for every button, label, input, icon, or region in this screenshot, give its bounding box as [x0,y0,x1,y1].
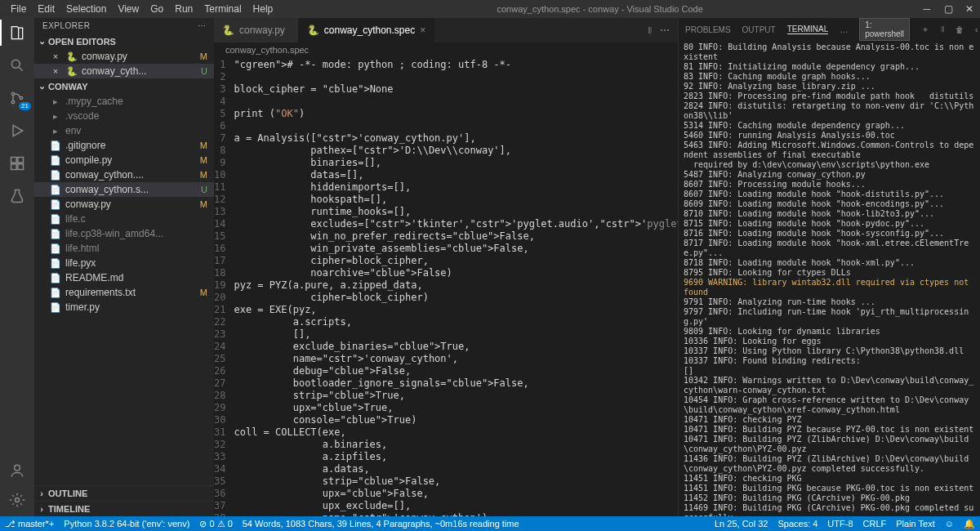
settings-gear-icon[interactable] [7,490,27,510]
tree-item[interactable]: 📄compile.pyM [34,153,214,167]
terminal-selector[interactable]: 1: powershell [859,18,910,41]
file-icon: 📄 [49,199,62,210]
tree-item[interactable]: 📄conway_cython.s...U [34,182,214,197]
svg-point-8 [15,465,20,471]
file-icon: 🐍 [65,66,78,77]
close-editor-icon[interactable]: × [49,66,62,76]
explorer-title: EXPLORER [42,21,90,30]
close-tab-icon[interactable]: × [420,25,425,36]
svg-point-2 [11,100,14,103]
folder-icon: ▸ [49,126,62,136]
close-icon[interactable]: ✕ [964,3,975,15]
menu-go[interactable]: Go [145,3,169,15]
split-editor-icon[interactable]: ⫴ [648,25,652,36]
menu-view[interactable]: View [112,3,145,15]
svg-rect-5 [18,158,24,163]
file-icon: 📄 [49,288,62,298]
folder-section[interactable]: ⌄CONWAY [34,78,214,94]
more-icon[interactable]: ⋯ [198,21,207,30]
maximize-icon[interactable]: ▢ [942,3,954,15]
svg-rect-4 [11,158,17,163]
file-icon: 📄 [49,141,62,151]
editor-tab[interactable]: 🐍conway_cython.spec× [299,18,434,42]
tree-item[interactable]: ▸env [34,123,214,138]
status-language[interactable]: Plain Text [896,519,935,529]
svg-rect-6 [11,164,17,170]
file-icon: 📄 [49,258,62,269]
status-stats: 54 Words, 1083 Chars, 39 Lines, 4 Paragr… [243,519,519,529]
status-bell-icon[interactable]: 🔔 [964,519,975,529]
tree-item[interactable]: 📄conway_cython....M [34,167,214,182]
accounts-icon[interactable] [7,461,27,480]
open-editor-item[interactable]: ×🐍conway.pyM [34,49,214,64]
menu-file[interactable]: File [5,3,32,15]
file-icon: 📄 [49,170,62,181]
minimize-icon[interactable]: ─ [921,3,933,15]
tree-item[interactable]: 📄README.md [34,270,214,285]
tree-item[interactable]: 📄conway.pyM [34,197,214,212]
file-icon: 📄 [49,155,62,166]
new-terminal-icon[interactable]: ＋ [921,24,929,35]
file-icon: 🐍 [65,51,78,62]
panel-tab-problems[interactable]: PROBLEMS [685,25,731,34]
status-eol[interactable]: CRLF [863,519,887,529]
menu-run[interactable]: Run [169,3,198,15]
explorer-icon[interactable] [7,23,27,42]
split-terminal-icon[interactable]: ⫴ [941,25,944,34]
file-icon: 📄 [49,302,62,313]
panel-tab-more[interactable]: … [840,25,848,34]
test-icon[interactable] [7,186,27,206]
terminal-panel: PROBLEMS OUTPUT TERMINAL … 1: powershell… [678,18,980,516]
status-spaces[interactable]: Spaces: 4 [777,519,817,529]
maximize-panel-icon[interactable]: ‹ [975,25,978,34]
tree-item[interactable]: ▸.vscode [34,109,214,123]
tree-item[interactable]: 📄life.pyx [34,256,214,270]
folder-icon: ▸ [49,111,62,122]
outline-section[interactable]: ›OUTLINE [34,485,214,501]
file-icon: 📄 [49,185,62,195]
extensions-icon[interactable] [7,154,27,173]
editor-tab[interactable]: 🐍conway.py [214,18,299,42]
code-editor[interactable]: 1234567891011121314151617181920212223242… [214,57,678,516]
status-branch[interactable]: ⎇ master*+ [5,519,54,529]
svg-rect-7 [18,164,24,170]
status-problems[interactable]: ⊘ 0 ⚠ 0 [199,519,232,529]
file-icon: 📄 [49,243,62,254]
menu-selection[interactable]: Selection [60,3,112,15]
kill-terminal-icon[interactable]: 🗑 [956,25,964,34]
menu-terminal[interactable]: Terminal [198,3,247,15]
breadcrumb[interactable]: conway_cython.spec [214,42,678,57]
open-editor-item[interactable]: ×🐍conway_cyth...U [34,64,214,78]
window-title: conway_cython.spec - conway - Visual Stu… [278,4,921,14]
tree-item[interactable]: 📄timer.py [34,300,214,315]
file-icon: 📄 [49,273,62,283]
panel-tab-terminal[interactable]: TERMINAL [787,25,829,34]
tree-item[interactable]: 📄life.cp38-win_amd64... [34,226,214,241]
menu-help[interactable]: Help [247,3,279,15]
tree-item[interactable]: 📄life.html [34,241,214,256]
more-tab-icon[interactable]: ⋯ [660,25,670,36]
editor-area: 🐍conway.py🐍conway_cython.spec× ⫴ ⋯ conwa… [214,18,678,516]
status-encoding[interactable]: UTF-8 [827,519,853,529]
search-icon[interactable] [7,56,27,75]
tree-item[interactable]: 📄requirements.txtM [34,285,214,300]
tree-item[interactable]: 📄life.c [34,212,214,226]
run-debug-icon[interactable] [7,121,27,141]
tree-item[interactable]: ▸.mypy_cache [34,94,214,109]
status-position[interactable]: Ln 25, Col 32 [715,519,768,529]
open-editors-section[interactable]: ⌄OPEN EDITORS [34,33,214,49]
svg-point-9 [16,498,20,502]
timeline-section[interactable]: ›TIMELINE [34,501,214,516]
tree-item[interactable]: 📄.gitignoreM [34,138,214,153]
menu-edit[interactable]: Edit [32,3,60,15]
close-editor-icon[interactable]: × [49,51,62,61]
file-icon: 📄 [49,214,62,225]
minimap[interactable] [645,57,678,516]
status-python[interactable]: Python 3.8.2 64-bit ('env': venv) [64,519,189,529]
activity-bar: 21 [0,18,34,516]
panel-tab-output[interactable]: OUTPUT [742,25,776,34]
terminal-output[interactable]: 80 INFO: Building Analysis because Analy… [679,41,980,516]
status-feedback-icon[interactable]: ☺ [945,519,954,529]
menu-bar: FileEditSelectionViewGoRunTerminalHelp c… [0,0,980,18]
source-control-icon[interactable]: 21 [7,88,27,108]
